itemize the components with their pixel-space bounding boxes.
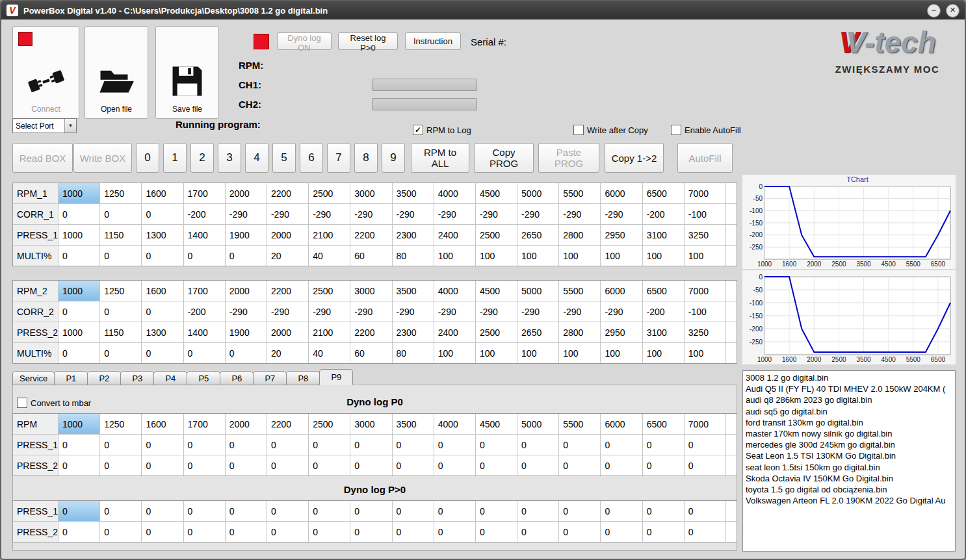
read-box-button[interactable]: Read BOX bbox=[12, 143, 73, 173]
cell-multi-9[interactable]: 100 bbox=[434, 343, 476, 363]
cell-rpm-1-14[interactable]: 6500 bbox=[643, 183, 685, 203]
cell-press-1-15[interactable]: 3250 bbox=[685, 225, 726, 245]
cell-press-2-6[interactable]: 0 bbox=[309, 522, 350, 542]
tab-p8[interactable]: P8 bbox=[286, 371, 320, 385]
cell-corr-2-14[interactable]: -200 bbox=[643, 301, 685, 322]
cell-press-2-0[interactable]: 0 bbox=[59, 522, 100, 542]
cell-multi-10[interactable]: 100 bbox=[476, 246, 517, 266]
cell-corr-1-7[interactable]: -290 bbox=[350, 204, 392, 224]
cell-rpm-2-14[interactable]: 6500 bbox=[643, 281, 685, 301]
cell-multi-0[interactable]: 0 bbox=[59, 246, 100, 266]
cell-press-1-13[interactable]: 0 bbox=[601, 435, 642, 455]
cell-rpm-1-12[interactable]: 5500 bbox=[559, 183, 601, 203]
cell-press-1-5[interactable]: 0 bbox=[267, 501, 309, 521]
cell-corr-1-5[interactable]: -290 bbox=[267, 204, 309, 224]
cell-corr-2-3[interactable]: -200 bbox=[184, 301, 226, 322]
cell-rpm-2-9[interactable]: 4000 bbox=[434, 281, 476, 301]
cell-press-1-7[interactable]: 2200 bbox=[350, 225, 392, 245]
cell-rpm-15[interactable]: 7000 bbox=[685, 414, 726, 434]
program-button-5[interactable]: 5 bbox=[272, 143, 296, 173]
cell-rpm-1-8[interactable]: 3500 bbox=[393, 183, 434, 203]
cell-press-2-7[interactable]: 0 bbox=[350, 455, 392, 476]
cell-press-2-13[interactable]: 0 bbox=[601, 455, 642, 476]
cell-rpm-8[interactable]: 3500 bbox=[393, 414, 434, 434]
cell-press-2-5[interactable]: 0 bbox=[267, 455, 309, 476]
cell-press-2-11[interactable]: 2650 bbox=[517, 322, 559, 342]
cell-rpm-1-5[interactable]: 2200 bbox=[267, 183, 309, 203]
cell-corr-2-11[interactable]: -290 bbox=[517, 301, 559, 322]
cell-press-1-4[interactable]: 0 bbox=[226, 501, 267, 521]
cell-press-1-2[interactable]: 1300 bbox=[142, 225, 183, 245]
file-list-item[interactable]: ford transit 130km go digital.bin bbox=[746, 417, 952, 428]
open-file-button[interactable]: Open file bbox=[85, 26, 148, 119]
cell-press-2-15[interactable]: 3250 bbox=[685, 322, 726, 342]
cell-press-2-2[interactable]: 0 bbox=[142, 455, 183, 476]
copy-prog-button[interactable]: Copy PROG bbox=[474, 143, 534, 173]
cell-corr-2-12[interactable]: -290 bbox=[559, 301, 601, 322]
copy-1-2-button[interactable]: Copy 1->2 bbox=[605, 143, 664, 173]
cell-press-2-9[interactable]: 0 bbox=[434, 455, 476, 476]
cell-press-2-9[interactable]: 2400 bbox=[434, 322, 476, 342]
cell-press-2-7[interactable]: 2200 bbox=[350, 322, 392, 342]
cell-press-1-10[interactable]: 0 bbox=[476, 501, 517, 521]
cell-press-2-4[interactable]: 1900 bbox=[226, 322, 267, 342]
cell-press-2-14[interactable]: 3100 bbox=[643, 322, 685, 342]
cell-rpm-6[interactable]: 2500 bbox=[309, 414, 350, 434]
convert-to-mbar-checkbox[interactable]: Convert to mbar bbox=[17, 398, 91, 408]
cell-multi-13[interactable]: 100 bbox=[601, 246, 642, 266]
cell-corr-1-4[interactable]: -290 bbox=[226, 204, 267, 224]
cell-press-1-5[interactable]: 0 bbox=[267, 435, 309, 455]
cell-rpm-1-10[interactable]: 4500 bbox=[476, 183, 517, 203]
write-after-copy-checkbox[interactable]: Write after Copy bbox=[573, 125, 648, 135]
cell-press-1-1[interactable]: 1150 bbox=[100, 225, 142, 245]
cell-press-2-7[interactable]: 0 bbox=[350, 522, 392, 542]
cell-press-1-0[interactable]: 1000 bbox=[59, 225, 100, 245]
cell-rpm-2-13[interactable]: 6000 bbox=[601, 281, 642, 301]
cell-multi-4[interactable]: 0 bbox=[226, 343, 267, 363]
file-list-item[interactable]: toyota 1.5 go digital od obciążenia.bin bbox=[746, 484, 952, 495]
program-button-1[interactable]: 1 bbox=[163, 143, 187, 173]
cell-press-1-7[interactable]: 0 bbox=[350, 435, 392, 455]
cell-rpm-2-10[interactable]: 4500 bbox=[476, 281, 517, 301]
cell-multi-3[interactable]: 0 bbox=[184, 246, 226, 266]
cell-rpm-2-7[interactable]: 3000 bbox=[350, 281, 392, 301]
cell-press-2-10[interactable]: 2500 bbox=[476, 322, 517, 342]
cell-rpm-1-15[interactable]: 7000 bbox=[685, 183, 726, 203]
cell-press-1-4[interactable]: 1900 bbox=[226, 225, 267, 245]
cell-multi-7[interactable]: 60 bbox=[350, 246, 392, 266]
cell-multi-8[interactable]: 80 bbox=[393, 246, 434, 266]
cell-press-1-1[interactable]: 0 bbox=[100, 435, 142, 455]
cell-multi-2[interactable]: 0 bbox=[142, 246, 183, 266]
cell-press-2-10[interactable]: 0 bbox=[476, 522, 517, 542]
cell-multi-4[interactable]: 0 bbox=[226, 246, 267, 266]
cell-rpm-2-5[interactable]: 2200 bbox=[267, 281, 309, 301]
cell-press-2-2[interactable]: 1300 bbox=[142, 322, 183, 342]
cell-corr-1-10[interactable]: -290 bbox=[476, 204, 517, 224]
tab-p6[interactable]: P6 bbox=[220, 371, 254, 385]
cell-multi-2[interactable]: 0 bbox=[142, 343, 183, 363]
file-list-item[interactable]: mercedes gle 300d 245km go digital.bin bbox=[746, 439, 952, 450]
cell-press-2-9[interactable]: 0 bbox=[434, 522, 476, 542]
connect-button[interactable]: Connect bbox=[12, 26, 79, 119]
cell-rpm-1-13[interactable]: 6000 bbox=[601, 183, 642, 203]
cell-press-1-0[interactable]: 0 bbox=[59, 435, 100, 455]
file-list-item[interactable]: Audi Q5 II (FY FL) 40 TDI MHEV 2.0 150kW… bbox=[746, 383, 952, 394]
cell-multi-1[interactable]: 0 bbox=[100, 246, 142, 266]
file-list[interactable]: 3008 1.2 go digital.binAudi Q5 II (FY FL… bbox=[742, 370, 956, 552]
cell-corr-1-11[interactable]: -290 bbox=[517, 204, 559, 224]
cell-press-2-11[interactable]: 0 bbox=[517, 455, 559, 476]
cell-corr-2-7[interactable]: -290 bbox=[350, 301, 392, 322]
cell-press-1-2[interactable]: 0 bbox=[142, 435, 183, 455]
cell-rpm-2[interactable]: 1600 bbox=[142, 414, 183, 434]
cell-corr-2-2[interactable]: 0 bbox=[142, 301, 183, 322]
cell-press-2-13[interactable]: 2950 bbox=[601, 322, 642, 342]
cell-corr-2-1[interactable]: 0 bbox=[100, 301, 142, 322]
cell-rpm-7[interactable]: 3000 bbox=[350, 414, 392, 434]
cell-press-2-15[interactable]: 0 bbox=[685, 522, 726, 542]
cell-press-2-6[interactable]: 2100 bbox=[309, 322, 350, 342]
tab-p3[interactable]: P3 bbox=[120, 371, 154, 385]
cell-press-2-14[interactable]: 0 bbox=[643, 455, 685, 476]
paste-prog-button[interactable]: Paste PROG bbox=[538, 143, 599, 173]
cell-corr-2-6[interactable]: -290 bbox=[309, 301, 350, 322]
cell-rpm-1-4[interactable]: 2000 bbox=[226, 183, 267, 203]
